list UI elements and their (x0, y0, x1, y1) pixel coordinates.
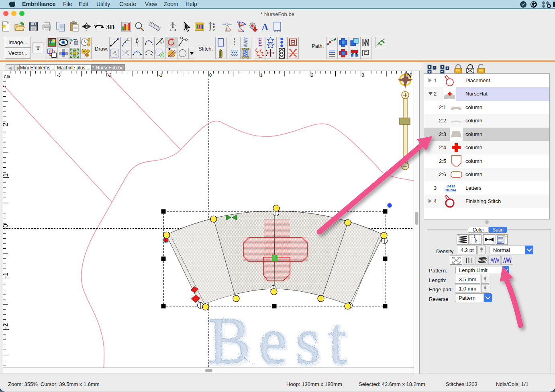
svg-text:-1: -1 (158, 73, 162, 77)
svg-text:1: 1 (2, 173, 9, 177)
svg-text:3: 3 (362, 73, 364, 77)
svg-text:-2: -2 (2, 323, 9, 329)
svg-text:2: 2 (2, 122, 9, 126)
svg-text:-3: -3 (57, 73, 61, 77)
svg-text:Best: Best (208, 303, 354, 374)
svg-text:3D: 3D (106, 23, 115, 31)
svg-text:0: 0 (2, 224, 9, 227)
svg-text:0: 0 (209, 73, 212, 77)
svg-text:1: 1 (260, 73, 263, 77)
svg-text:A: A (262, 22, 269, 32)
svg-text:2: 2 (311, 73, 313, 77)
svg-text:C: C (213, 28, 216, 32)
svg-text:N: N (407, 72, 412, 79)
svg-text:cm: cm (4, 74, 10, 80)
svg-text:-1: -1 (2, 272, 9, 278)
